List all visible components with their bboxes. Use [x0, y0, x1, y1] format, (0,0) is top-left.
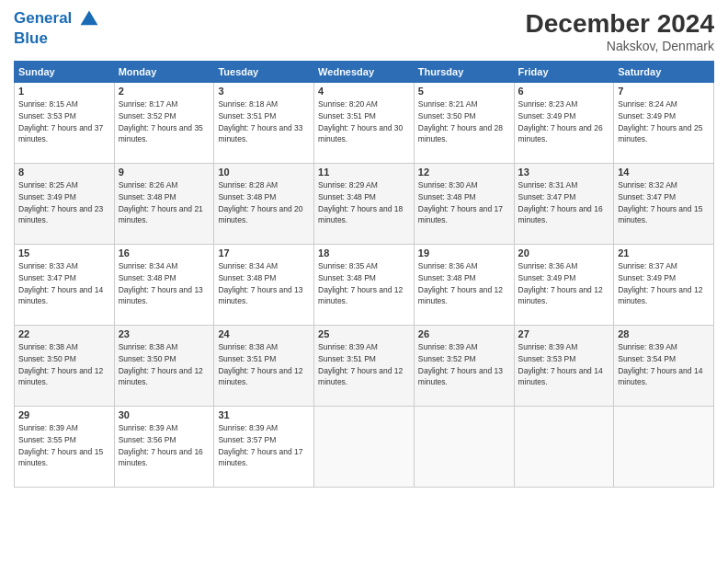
day-number: 21	[618, 247, 710, 259]
svg-marker-0	[81, 11, 98, 26]
day-info: Sunrise: 8:38 AMSunset: 3:50 PMDaylight:…	[18, 341, 110, 388]
day-number: 7	[618, 86, 710, 97]
day-number: 28	[618, 328, 710, 339]
day-info: Sunrise: 8:29 AMSunset: 3:48 PMDaylight:…	[318, 179, 410, 226]
day-number: 30	[119, 409, 210, 420]
calendar-cell: 12Sunrise: 8:30 AMSunset: 3:48 PMDayligh…	[414, 164, 514, 245]
title-area: December 2024 Nakskov, Denmark	[526, 9, 714, 53]
calendar-cell: 30Sunrise: 8:39 AMSunset: 3:56 PMDayligh…	[114, 407, 214, 488]
day-info: Sunrise: 8:36 AMSunset: 3:49 PMDaylight:…	[518, 260, 610, 307]
calendar-cell: 27Sunrise: 8:39 AMSunset: 3:53 PMDayligh…	[514, 326, 614, 407]
calendar-cell: 28Sunrise: 8:39 AMSunset: 3:54 PMDayligh…	[614, 326, 714, 407]
calendar-cell	[414, 407, 514, 488]
calendar-cell: 7Sunrise: 8:24 AMSunset: 3:49 PMDaylight…	[614, 83, 714, 164]
calendar-cell: 3Sunrise: 8:18 AMSunset: 3:51 PMDaylight…	[214, 83, 314, 164]
day-number: 18	[318, 247, 410, 259]
day-number: 25	[318, 328, 410, 339]
day-info: Sunrise: 8:20 AMSunset: 3:51 PMDaylight:…	[318, 98, 410, 145]
col-header-monday: Monday	[114, 62, 214, 83]
col-header-tuesday: Tuesday	[214, 62, 314, 83]
day-number: 13	[518, 167, 610, 178]
day-number: 15	[18, 247, 110, 259]
calendar-cell: 9Sunrise: 8:26 AMSunset: 3:48 PMDaylight…	[114, 164, 214, 245]
day-number: 11	[318, 167, 410, 178]
calendar-cell: 11Sunrise: 8:29 AMSunset: 3:48 PMDayligh…	[314, 164, 415, 245]
day-info: Sunrise: 8:39 AMSunset: 3:56 PMDaylight:…	[119, 422, 210, 469]
day-number: 27	[518, 328, 610, 339]
calendar-cell: 18Sunrise: 8:35 AMSunset: 3:48 PMDayligh…	[314, 245, 415, 326]
day-number: 3	[218, 86, 310, 97]
day-info: Sunrise: 8:38 AMSunset: 3:50 PMDaylight:…	[119, 341, 210, 388]
day-info: Sunrise: 8:34 AMSunset: 3:48 PMDaylight:…	[218, 260, 310, 307]
day-info: Sunrise: 8:26 AMSunset: 3:48 PMDaylight:…	[119, 179, 210, 226]
day-number: 6	[518, 86, 610, 97]
day-info: Sunrise: 8:38 AMSunset: 3:51 PMDaylight:…	[218, 341, 310, 388]
day-number: 16	[119, 247, 210, 259]
col-header-wednesday: Wednesday	[314, 62, 415, 83]
day-info: Sunrise: 8:21 AMSunset: 3:50 PMDaylight:…	[418, 98, 510, 145]
calendar-cell: 31Sunrise: 8:39 AMSunset: 3:57 PMDayligh…	[214, 407, 314, 488]
calendar-cell: 21Sunrise: 8:37 AMSunset: 3:49 PMDayligh…	[614, 245, 714, 326]
day-info: Sunrise: 8:39 AMSunset: 3:52 PMDaylight:…	[418, 341, 510, 388]
day-info: Sunrise: 8:18 AMSunset: 3:51 PMDaylight:…	[218, 98, 310, 145]
day-info: Sunrise: 8:15 AMSunset: 3:53 PMDaylight:…	[18, 98, 110, 145]
day-number: 31	[218, 409, 310, 420]
day-number: 29	[18, 409, 110, 420]
calendar-cell: 6Sunrise: 8:23 AMSunset: 3:49 PMDaylight…	[514, 83, 614, 164]
calendar-cell: 22Sunrise: 8:38 AMSunset: 3:50 PMDayligh…	[15, 326, 115, 407]
calendar-header-row: SundayMondayTuesdayWednesdayThursdayFrid…	[15, 62, 714, 83]
calendar-cell: 4Sunrise: 8:20 AMSunset: 3:51 PMDaylight…	[314, 83, 415, 164]
day-info: Sunrise: 8:39 AMSunset: 3:51 PMDaylight:…	[318, 341, 410, 388]
day-number: 22	[18, 328, 110, 339]
day-info: Sunrise: 8:28 AMSunset: 3:48 PMDaylight:…	[218, 179, 310, 226]
calendar-week-3: 22Sunrise: 8:38 AMSunset: 3:50 PMDayligh…	[15, 326, 714, 407]
location-title: Nakskov, Denmark	[526, 39, 714, 53]
calendar-cell: 1Sunrise: 8:15 AMSunset: 3:53 PMDaylight…	[15, 83, 115, 164]
calendar-week-0: 1Sunrise: 8:15 AMSunset: 3:53 PMDaylight…	[15, 83, 714, 164]
calendar-cell: 20Sunrise: 8:36 AMSunset: 3:49 PMDayligh…	[514, 245, 614, 326]
calendar-cell: 2Sunrise: 8:17 AMSunset: 3:52 PMDaylight…	[114, 83, 214, 164]
calendar-cell: 29Sunrise: 8:39 AMSunset: 3:55 PMDayligh…	[15, 407, 115, 488]
day-info: Sunrise: 8:23 AMSunset: 3:49 PMDaylight:…	[518, 98, 610, 145]
calendar-cell: 15Sunrise: 8:33 AMSunset: 3:47 PMDayligh…	[15, 245, 115, 326]
day-number: 23	[119, 328, 210, 339]
logo-subtext: Blue	[14, 29, 99, 48]
col-header-sunday: Sunday	[15, 62, 115, 83]
calendar-cell: 8Sunrise: 8:25 AMSunset: 3:49 PMDaylight…	[15, 164, 115, 245]
day-number: 9	[119, 167, 210, 178]
day-info: Sunrise: 8:35 AMSunset: 3:48 PMDaylight:…	[318, 260, 410, 307]
day-info: Sunrise: 8:31 AMSunset: 3:47 PMDaylight:…	[518, 179, 610, 226]
logo-text: General	[14, 9, 99, 29]
day-info: Sunrise: 8:30 AMSunset: 3:48 PMDaylight:…	[418, 179, 510, 226]
day-info: Sunrise: 8:36 AMSunset: 3:48 PMDaylight:…	[418, 260, 510, 307]
day-number: 19	[418, 247, 510, 259]
calendar-cell: 13Sunrise: 8:31 AMSunset: 3:47 PMDayligh…	[514, 164, 614, 245]
calendar-cell	[614, 407, 714, 488]
calendar-table: SundayMondayTuesdayWednesdayThursdayFrid…	[14, 61, 714, 488]
col-header-thursday: Thursday	[414, 62, 514, 83]
calendar-cell	[514, 407, 614, 488]
day-number: 8	[18, 167, 110, 178]
day-number: 24	[218, 328, 310, 339]
day-info: Sunrise: 8:39 AMSunset: 3:54 PMDaylight:…	[618, 341, 710, 388]
day-number: 26	[418, 328, 510, 339]
col-header-saturday: Saturday	[614, 62, 714, 83]
day-number: 12	[418, 167, 510, 178]
day-number: 14	[618, 167, 710, 178]
day-number: 10	[218, 167, 310, 178]
calendar-cell: 10Sunrise: 8:28 AMSunset: 3:48 PMDayligh…	[214, 164, 314, 245]
day-info: Sunrise: 8:34 AMSunset: 3:48 PMDaylight:…	[119, 260, 210, 307]
day-number: 20	[518, 247, 610, 259]
logo: General Blue	[14, 9, 99, 48]
calendar-week-2: 15Sunrise: 8:33 AMSunset: 3:47 PMDayligh…	[15, 245, 714, 326]
calendar-cell: 23Sunrise: 8:38 AMSunset: 3:50 PMDayligh…	[114, 326, 214, 407]
day-info: Sunrise: 8:32 AMSunset: 3:47 PMDaylight:…	[618, 179, 710, 226]
day-number: 1	[18, 86, 110, 97]
calendar-cell: 5Sunrise: 8:21 AMSunset: 3:50 PMDaylight…	[414, 83, 514, 164]
calendar-cell: 19Sunrise: 8:36 AMSunset: 3:48 PMDayligh…	[414, 245, 514, 326]
calendar-cell: 25Sunrise: 8:39 AMSunset: 3:51 PMDayligh…	[314, 326, 415, 407]
day-number: 17	[218, 247, 310, 259]
day-number: 2	[119, 86, 210, 97]
day-info: Sunrise: 8:39 AMSunset: 3:55 PMDaylight:…	[18, 422, 110, 469]
day-info: Sunrise: 8:33 AMSunset: 3:47 PMDaylight:…	[18, 260, 110, 307]
